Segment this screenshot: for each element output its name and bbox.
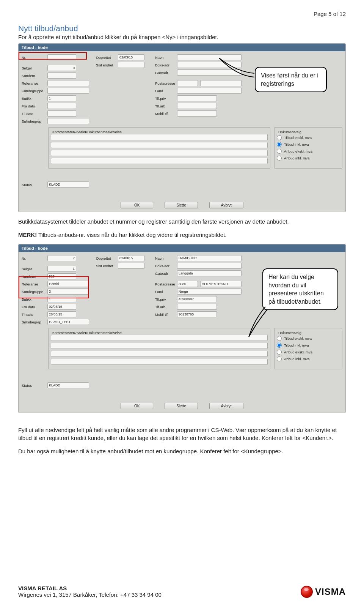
avbryt-button[interactable]: Avbryt <box>209 403 243 409</box>
input-referanse[interactable]: Hamid <box>47 281 89 287</box>
input-kundenr[interactable]: 525 <box>47 273 76 279</box>
radio-tilbud-ekskl[interactable] <box>277 336 282 341</box>
input-postnr[interactable] <box>177 80 198 86</box>
input-mobil[interactable]: 90138765 <box>177 311 217 317</box>
radio-label: Anbud inkl. mva <box>284 156 310 160</box>
logo-dot-icon <box>301 586 313 598</box>
radio-label: Anbud inkl. mva <box>284 357 310 361</box>
label-navn: Navn <box>155 256 177 260</box>
para-2-bold: MERK! <box>18 232 37 238</box>
label-sokebegrep: Søkebegrep <box>22 320 47 324</box>
radio-anbud-inkl[interactable] <box>277 356 282 361</box>
input-opprettet[interactable]: 02/03/15 <box>118 255 144 261</box>
avbryt-button[interactable]: Avbryt <box>209 202 243 208</box>
label-fradato: Fra dato <box>22 104 47 108</box>
radio-label: Anbud ekskl. mva <box>284 350 312 354</box>
label-referanse: Referanse <box>22 81 47 85</box>
para-4: Du har også muligheten til å knytte anbu… <box>18 447 346 455</box>
input-selger[interactable]: 1 <box>47 266 76 272</box>
callout-pointer-icon <box>218 56 256 83</box>
comment-line[interactable] <box>51 343 268 349</box>
input-sokebegrep[interactable] <box>47 118 89 124</box>
input-kundenr[interactable] <box>47 73 76 79</box>
input-fradato[interactable]: 02/03/15 <box>47 304 76 310</box>
radio-anbud-ekskl[interactable] <box>277 149 282 154</box>
input-sokebegrep[interactable]: HAMID_TEST <box>47 319 89 325</box>
label-tlfarb: Tlf.arb <box>155 305 177 309</box>
radio-anbud-inkl[interactable] <box>277 156 282 161</box>
comment-line[interactable] <box>51 335 268 341</box>
comment-line[interactable] <box>51 158 268 164</box>
input-opprettet[interactable]: 02/03/15 <box>118 54 144 60</box>
slette-button[interactable]: Slette <box>165 403 198 409</box>
slette-button[interactable]: Slette <box>165 202 198 208</box>
input-postnr[interactable]: 3080 <box>177 281 198 287</box>
radio-tilbud-inkl[interactable] <box>277 142 282 147</box>
input-referanse[interactable] <box>47 80 89 86</box>
input-kundegruppe[interactable] <box>47 88 89 94</box>
comment-line[interactable] <box>51 359 268 365</box>
input-mobil[interactable] <box>177 110 217 117</box>
dokvalg-title: Dokumentvalg <box>277 130 303 134</box>
label-boksadr: Boks-adr <box>155 264 177 268</box>
radio-anbud-ekskl[interactable] <box>277 350 282 355</box>
input-status[interactable]: KLADD <box>47 382 89 388</box>
doc-intro: For å opprette et nytt tilbud/anbud klik… <box>18 34 346 40</box>
input-nr[interactable]: 7 <box>47 255 76 261</box>
input-boksadr[interactable] <box>177 263 242 269</box>
label-land: Land <box>155 89 177 93</box>
input-sistendret[interactable] <box>118 263 144 269</box>
input-tlfarb[interactable] <box>177 304 217 310</box>
label-gateadr: Gateadr <box>155 71 177 75</box>
input-fradato[interactable] <box>47 103 76 109</box>
ok-button[interactable]: OK <box>121 403 153 409</box>
label-kundenr: Kundenr. <box>22 74 47 78</box>
comment-line[interactable] <box>51 351 268 357</box>
callout-2: Her kan du velge hvordan du vil presente… <box>262 268 338 310</box>
label-navn: Navn <box>155 55 177 60</box>
input-butikk[interactable]: 1 <box>47 95 76 101</box>
input-tlfarb[interactable] <box>177 103 217 109</box>
label-tildato: Til dato <box>22 112 47 116</box>
logo-text: VISMA <box>315 587 346 597</box>
input-land[interactable] <box>177 88 242 94</box>
page-number: Page 5 of 12 <box>18 11 346 17</box>
radio-label: Tilbud ekskl. mva <box>284 136 312 140</box>
input-sistendret[interactable] <box>118 62 144 68</box>
doc-title: Nytt tilbud/anbud <box>18 24 346 33</box>
input-poststed[interactable]: HOLMESTRAND <box>200 281 242 287</box>
input-tlfpriv[interactable]: 45908987 <box>177 296 217 302</box>
callout-text: Vises først når du er i registrerings <box>261 72 318 87</box>
visma-logo: VISMA <box>301 586 346 598</box>
comment-line[interactable] <box>51 134 268 140</box>
input-kundegruppe[interactable]: 3 <box>47 289 89 295</box>
input-nr[interactable] <box>47 54 76 60</box>
comment-line[interactable] <box>51 142 268 148</box>
label-mobil: Mobil-tlf <box>155 312 177 317</box>
comment-line[interactable] <box>51 150 268 156</box>
ok-button[interactable]: OK <box>121 202 153 208</box>
panel-header: Tilbud - hode <box>19 44 345 51</box>
label-tildato: Til dato <box>22 312 47 317</box>
input-gateadr[interactable]: Langgata <box>177 270 242 276</box>
input-land[interactable]: Norge <box>177 289 242 295</box>
label-tlfpriv: Tlf.priv <box>155 297 177 301</box>
para-2: MERK! Tilbuds-anbuds-nr. vises når du ha… <box>18 231 346 239</box>
input-status[interactable]: KLADD <box>47 181 89 188</box>
footer-company: VISMA RETAIL AS <box>18 585 162 591</box>
label-tlfpriv: Tlf.priv <box>155 96 177 101</box>
label-opprettet: Opprettet <box>96 256 118 260</box>
input-selger[interactable]: 0 <box>47 65 76 71</box>
input-navn[interactable]: HAMID MIR <box>177 255 242 261</box>
input-tildato[interactable]: 28/03/15 <box>47 311 76 317</box>
label-nr: Nr. <box>22 256 47 260</box>
label-gateadr: Gateadr <box>155 271 177 276</box>
dokvalg-title: Dokumentvalg <box>277 331 303 335</box>
radio-tilbud-ekskl[interactable] <box>277 135 282 140</box>
callout-1: Vises først når du er i registrerings <box>255 67 327 92</box>
label-butikk: Butikk <box>22 297 47 301</box>
input-tlfpriv[interactable] <box>177 95 217 101</box>
radio-tilbud-inkl[interactable] <box>277 343 282 348</box>
input-tildato[interactable] <box>47 110 76 117</box>
input-butikk[interactable]: 1 <box>47 296 76 302</box>
